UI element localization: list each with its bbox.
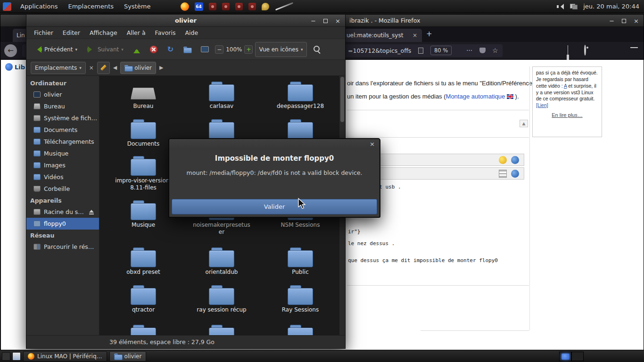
page-actions-menu-icon[interactable]: ⋯ [466, 47, 472, 54]
site-logo[interactable]: Lib [5, 63, 25, 71]
sidebar-item-network-browse[interactable]: Parcourir le rés… [26, 241, 99, 253]
menu-applications[interactable]: Applications [15, 0, 63, 13]
menu-favoris[interactable]: Favoris [150, 29, 181, 36]
audio-app-icon[interactable] [235, 3, 243, 10]
emoji-icon[interactable] [499, 156, 507, 164]
breadcrumb-right-icon[interactable]: ▶ [159, 65, 163, 71]
back-button[interactable]: Précédent ▾ [30, 42, 81, 57]
stylus-icon[interactable] [275, 2, 293, 11]
taskbar-launcher-icon[interactable] [12, 352, 21, 361]
folder-item[interactable]: ray session récup [186, 285, 257, 313]
sidebar-item-musique[interactable]: Musique [26, 148, 99, 159]
folder-item[interactable]: orientaldub [186, 247, 257, 276]
refresh-button[interactable]: ↻ [164, 42, 177, 57]
zoom-level-badge[interactable]: 80 % [430, 46, 452, 55]
folder-item[interactable] [186, 119, 257, 140]
sidebar-item-floppy0[interactable]: floppy0 [26, 218, 99, 230]
sidebar-item-olivier[interactable]: olivier [26, 89, 99, 100]
taskbar-item-olivier[interactable]: olivier [109, 351, 147, 362]
folder-item[interactable] [265, 325, 336, 335]
folder-item[interactable]: Bureau [108, 82, 179, 110]
lien-link[interactable]: [Lien] [536, 102, 548, 108]
sidebar-item-bureau[interactable]: Bureau [26, 100, 99, 112]
auto-mount-link[interactable]: Montage automatique [446, 93, 505, 100]
close-button[interactable]: × [634, 17, 639, 25]
bookmark-star-icon[interactable]: ☆ [492, 47, 498, 54]
audio-app-icon[interactable] [222, 3, 230, 10]
sidebar-item-documents[interactable]: Documents [26, 124, 99, 136]
clock[interactable]: jeu. 20 mai, 20:44 [583, 3, 639, 10]
folder-item[interactable] [186, 325, 257, 335]
computer-button[interactable] [197, 42, 213, 57]
places-dropdown[interactable]: Emplacements ▾ [31, 62, 86, 74]
new-tab-button[interactable]: + [426, 30, 432, 38]
library-icon[interactable] [550, 46, 560, 55]
sidebar-item-corbeille[interactable]: Corbeille [26, 183, 99, 195]
distro-logo-icon[interactable] [3, 2, 11, 11]
folder-item[interactable] [108, 325, 179, 335]
tab-close-icon[interactable]: × [413, 32, 417, 39]
audio-app-icon[interactable] [209, 3, 216, 10]
network-icon[interactable] [570, 4, 578, 9]
file-manager-titlebar[interactable]: olivier − × [26, 15, 345, 27]
back-button[interactable]: ← [4, 44, 17, 57]
breadcrumb-olivier[interactable]: olivier [120, 62, 156, 74]
menu-affichage[interactable]: Affichage [85, 29, 122, 36]
image-icon[interactable] [511, 156, 519, 164]
read-more-link[interactable]: En lire plus… [533, 112, 602, 119]
close-button[interactable]: × [335, 17, 340, 25]
ublock-icon[interactable] [613, 46, 623, 55]
menu-aller-a[interactable]: Aller à [122, 29, 150, 36]
firefox-launcher-icon[interactable] [181, 2, 189, 11]
page-action-icon[interactable] [418, 48, 423, 54]
stop-button[interactable] [146, 42, 161, 57]
scroll-top-button[interactable]: ▲ [520, 120, 528, 127]
sidebar-item-videos[interactable]: Vidéos [26, 171, 99, 183]
audio-app-icon[interactable] [248, 3, 256, 10]
minimize-button[interactable]: − [609, 17, 614, 25]
maximize-button[interactable] [323, 19, 328, 23]
sidebar-item-telechargements[interactable]: Téléchargements [26, 136, 99, 148]
valider-button[interactable]: Valider [172, 199, 377, 214]
close-sidebar-icon[interactable]: × [89, 65, 94, 71]
volume-icon[interactable] [557, 3, 564, 10]
maximize-button[interactable] [622, 19, 626, 23]
sidebar-item-images[interactable]: Images [26, 159, 99, 171]
studio64-launcher-icon[interactable]: 64 [195, 2, 203, 11]
folder-item[interactable] [265, 119, 336, 140]
zoom-in-button[interactable]: + [244, 45, 253, 54]
zoom-out-button[interactable]: − [215, 45, 223, 54]
workspace-1[interactable] [559, 352, 571, 361]
sidebar-item-filesystem[interactable]: Système de fich… [26, 112, 99, 124]
account-icon[interactable] [583, 46, 593, 55]
dialog-titlebar[interactable]: × [169, 139, 380, 149]
close-icon[interactable]: × [370, 140, 375, 148]
workspace-2[interactable] [571, 352, 584, 361]
folder-item[interactable]: qtractor [108, 285, 179, 313]
show-desktop-button[interactable] [2, 352, 10, 361]
up-button[interactable] [130, 42, 144, 57]
minimize-button[interactable]: − [311, 17, 316, 25]
pocket-icon[interactable] [479, 48, 486, 53]
scrollbar-thumb[interactable] [340, 77, 344, 122]
sidebar-toggle-icon[interactable] [567, 46, 576, 55]
folder-item[interactable]: Ray Sessions [265, 285, 336, 313]
folder-item[interactable]: carlasav [186, 82, 257, 110]
menu-aide[interactable]: Aide [180, 29, 203, 36]
extension-icon[interactable] [598, 46, 608, 55]
folder-item[interactable]: Public [265, 247, 336, 276]
folder-item[interactable]: deepassager128 [265, 82, 336, 110]
sidebar-item-racine[interactable]: Racine du s… [26, 206, 99, 218]
view-mode-dropdown[interactable]: Vue en icônes ▾ [255, 42, 306, 57]
forward-button[interactable]: Suivant ▾ [83, 42, 127, 57]
home-folder-button[interactable] [180, 42, 195, 57]
menu-places[interactable]: Emplacements [63, 0, 119, 13]
search-button[interactable] [309, 42, 325, 57]
taskbar-item-firefox[interactable]: Linux MAO | Périfériq… [23, 351, 107, 362]
hamburger-menu-icon[interactable] [629, 46, 639, 55]
folder-item[interactable]: obxd preset [108, 247, 179, 276]
menu-editer[interactable]: Editer [58, 29, 85, 36]
table-icon[interactable] [499, 170, 507, 178]
tool-app-icon[interactable] [262, 3, 269, 10]
help-icon[interactable] [511, 170, 519, 178]
